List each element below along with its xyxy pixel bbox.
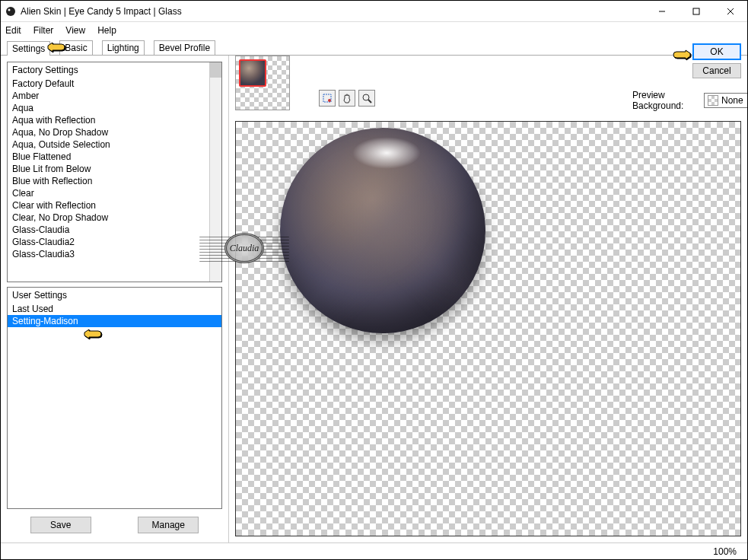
- zoom-level: 100%: [713, 546, 737, 557]
- factory-settings-header: Factory Settings: [8, 62, 221, 78]
- titlebar: Alien Skin | Eye Candy 5 Impact | Glass: [1, 1, 747, 22]
- tab-basic[interactable]: Basic: [59, 40, 92, 55]
- navigator-selection[interactable]: [239, 59, 266, 87]
- preview-canvas[interactable]: [235, 121, 741, 536]
- menu-view[interactable]: View: [65, 25, 85, 36]
- factory-item[interactable]: Amber: [8, 90, 221, 102]
- statusbar: 100%: [1, 542, 747, 559]
- hand-tool-button[interactable]: [339, 90, 355, 107]
- minimize-button[interactable]: [645, 1, 679, 21]
- save-button[interactable]: Save: [30, 517, 91, 533]
- preview-toolbar: Preview Background: None OK Cancel: [229, 56, 747, 100]
- tab-bevel-profile[interactable]: Bevel Profile: [154, 40, 215, 55]
- preview-background-label: Preview Background:: [632, 90, 701, 111]
- menubar: Edit Filter View Help: [1, 22, 747, 39]
- tab-lighting[interactable]: Lighting: [102, 40, 145, 55]
- user-settings-list[interactable]: User Settings Last Used Setting-Madison: [7, 287, 222, 509]
- factory-item[interactable]: Aqua, No Drop Shadow: [8, 126, 221, 138]
- svg-point-0: [6, 7, 15, 16]
- settings-buttons: Save Manage: [7, 514, 222, 536]
- window-title: Alien Skin | Eye Candy 5 Impact | Glass: [21, 6, 645, 17]
- factory-item[interactable]: Blue Lit from Below: [8, 163, 221, 175]
- preview-background-value: None: [721, 95, 743, 106]
- window-controls: [645, 1, 747, 21]
- factory-settings-list[interactable]: Factory Settings Factory Default Amber A…: [7, 62, 222, 282]
- factory-item[interactable]: Clear with Reflection: [8, 199, 221, 212]
- maximize-button[interactable]: [679, 1, 713, 21]
- svg-line-9: [368, 100, 371, 103]
- factory-item[interactable]: Aqua with Reflection: [8, 114, 221, 126]
- close-button[interactable]: [713, 1, 747, 21]
- checker-swatch-icon: [708, 95, 718, 106]
- user-item-selected[interactable]: Setting-Madison: [8, 315, 221, 327]
- manage-button[interactable]: Manage: [138, 517, 199, 533]
- menu-filter[interactable]: Filter: [33, 25, 54, 36]
- menu-edit[interactable]: Edit: [5, 25, 21, 36]
- user-settings-header: User Settings: [8, 288, 221, 303]
- preview-background-select[interactable]: None: [704, 93, 748, 108]
- factory-item[interactable]: Factory Default: [8, 78, 221, 90]
- svg-rect-3: [693, 8, 699, 14]
- zoom-tool-button[interactable]: [358, 90, 375, 107]
- cancel-button[interactable]: Cancel: [692, 63, 741, 78]
- menu-help[interactable]: Help: [97, 25, 116, 36]
- scrollbar[interactable]: [209, 62, 221, 282]
- user-item[interactable]: Last Used: [8, 303, 221, 315]
- preview-panel: Preview Background: None OK Cancel: [229, 56, 747, 542]
- factory-item[interactable]: Glass-Claudia3: [8, 248, 221, 260]
- factory-item[interactable]: Aqua: [8, 102, 221, 114]
- glass-sphere-preview: [280, 128, 485, 333]
- svg-point-7: [328, 99, 331, 102]
- tab-settings[interactable]: Settings: [7, 41, 50, 56]
- svg-point-8: [363, 94, 369, 100]
- marquee-tool-button[interactable]: [319, 90, 336, 107]
- factory-item[interactable]: Clear, No Drop Shadow: [8, 212, 221, 224]
- svg-point-1: [8, 8, 11, 11]
- settings-panel: Factory Settings Factory Default Amber A…: [1, 56, 229, 542]
- factory-item[interactable]: Clear: [8, 187, 221, 199]
- app-icon: [5, 6, 16, 17]
- navigator-thumbnail[interactable]: [235, 56, 290, 110]
- factory-item[interactable]: Glass-Claudia: [8, 224, 221, 236]
- tabbar: Settings Basic Lighting Bevel Profile: [1, 39, 747, 56]
- factory-item[interactable]: Aqua, Outside Selection: [8, 138, 221, 151]
- factory-item[interactable]: Glass-Claudia2: [8, 236, 221, 248]
- ok-button[interactable]: OK: [692, 43, 741, 60]
- factory-item[interactable]: Blue with Reflection: [8, 175, 221, 187]
- scrollbar-thumb[interactable]: [209, 62, 221, 78]
- factory-item[interactable]: Blue Flattened: [8, 151, 221, 163]
